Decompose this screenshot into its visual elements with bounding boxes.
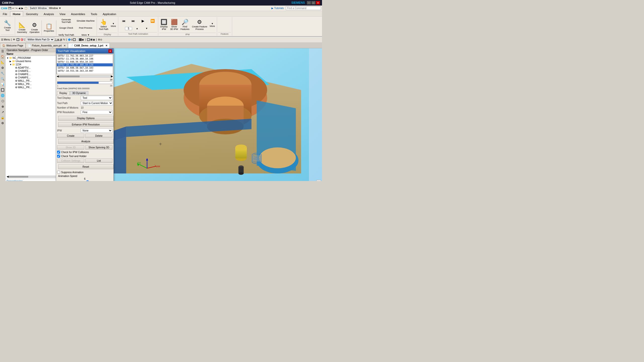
tab-analysis[interactable]: Analysis <box>41 11 57 16</box>
show-3d-ipw-button[interactable]: 🟫 Show3D IPW <box>169 18 179 32</box>
tab-file[interactable]: File <box>0 11 10 16</box>
hscroll-track[interactable] <box>9 176 58 178</box>
minimize-button[interactable]: − <box>307 1 311 5</box>
ipw-more-button[interactable]: ▼ More <box>209 18 216 32</box>
qa-tutorials-link[interactable]: ▶ Tutorials <box>271 7 284 10</box>
generate-toolpath-button[interactable]: GenerateTool Path <box>57 18 75 24</box>
tpa-speed-input[interactable] <box>125 27 132 30</box>
tab-view[interactable]: View <box>57 11 68 16</box>
analyze-button[interactable]: Analyze <box>58 139 113 144</box>
verify-toolpath-button[interactable]: Verify Tool Path <box>57 32 75 38</box>
sidebar-icon-3[interactable]: ⚙ <box>0 65 5 70</box>
tpa-stepback-button[interactable]: ⏭ <box>129 18 138 24</box>
delete-button[interactable]: Delete <box>85 134 112 138</box>
gcode-hscroll-left[interactable]: ◀ <box>57 75 59 78</box>
tree-item-wall-pr1[interactable]: ⚙ WALL_PR... <box>6 79 60 82</box>
tab-3d-dynamic[interactable]: 3D Dynamic <box>70 91 88 95</box>
tpa-play-button[interactable]: ▶ <box>138 18 147 24</box>
tab-geometry[interactable]: Geometry <box>23 11 41 16</box>
tree-item-wall-pr3[interactable]: ⚙ WALL_PR... <box>6 86 60 89</box>
sidebar-icon-8[interactable]: 🌐 <box>0 93 5 98</box>
qa-switch-window-label[interactable]: Switch Window <box>28 7 48 10</box>
check-ipw-checkbox[interactable] <box>57 151 60 154</box>
1234-expand[interactable]: ▼ <box>10 63 12 66</box>
unused-expand[interactable]: ▶ <box>10 60 12 63</box>
gcode-hscroll[interactable]: ◀ ▶ <box>57 75 113 78</box>
maximize-button[interactable]: □ <box>311 1 315 5</box>
gcode-line-4[interactable]: GOTO/-10.793,57.486,10.134 <box>57 63 113 66</box>
ipw-select[interactable]: None Show Translucent <box>81 128 112 133</box>
display-ipw-button[interactable]: 🔲 DisplayIPW <box>159 18 169 32</box>
reset-button[interactable]: Reset <box>58 164 113 169</box>
filter-select[interactable]: Within Work Part Or <box>26 37 54 42</box>
qa-back-icon[interactable]: ◀ <box>18 7 20 10</box>
tree-item-1234[interactable]: ▼ 📁 1234 <box>6 63 60 66</box>
sidebar-icon-4[interactable]: 🔧 <box>0 71 5 76</box>
qa-undo-icon[interactable]: ↩ <box>12 7 14 10</box>
tab-cam-close[interactable]: ✕ <box>105 44 107 47</box>
post-process-button[interactable]: Post Process <box>75 25 96 31</box>
create-feature-button[interactable]: ⚙ Create FeatureProcess <box>191 18 208 32</box>
sidebar-icon-6[interactable]: 📊 <box>0 82 5 87</box>
create-tool-button[interactable]: 🔧 CreateTool <box>3 19 12 33</box>
more-operations-button[interactable]: More ▼ <box>75 32 96 38</box>
tab-fixture-close[interactable]: ✕ <box>64 44 66 47</box>
tab-application[interactable]: Application <box>100 11 119 16</box>
tree-item-chamfe2[interactable]: ⚙ CHAMFE... <box>6 73 60 76</box>
create-geometry-button[interactable]: 📐 CreateGeometry <box>16 21 28 35</box>
select-toolpath-button[interactable]: 👆 SelectTool Path <box>98 18 109 32</box>
properties-button[interactable]: 📋 Properties <box>43 21 55 35</box>
sidebar-icon-1[interactable]: 🏠 <box>0 54 5 59</box>
close-button[interactable]: ✕ <box>316 1 320 5</box>
show-spinning-3d-button[interactable]: Show Spinning 3D <box>85 145 112 150</box>
display-more-button[interactable]: ▼ More <box>110 18 117 32</box>
hscroll-left[interactable]: ◀ <box>7 175 9 178</box>
gcode-list[interactable]: GOTO/-11.762,56.003,10.227 GOTO/-11.370,… <box>57 54 113 74</box>
gcode-line-1[interactable]: GOTO/-11.762,56.003,10.227 <box>57 54 113 57</box>
gcode-line-6[interactable]: GOTO/-10.553,58.343,10.087 <box>57 69 113 72</box>
tab-welcome[interactable]: 🏠 Welcome Page <box>0 43 26 48</box>
gcode-line-2[interactable]: GOTO/-11.370,56.460,10.196 <box>57 57 113 60</box>
sidebar-icon-13[interactable]: ⚙ <box>0 121 5 126</box>
sidebar-icon-5[interactable]: 🔍 <box>0 76 5 81</box>
nc-program-expand[interactable]: ▼ <box>7 57 9 59</box>
tool-path-select[interactable]: Start to Current Motion Current Motion O… <box>81 101 113 105</box>
qa-search-box[interactable] <box>286 6 321 10</box>
qa-copy-icon[interactable]: 📋 <box>24 7 27 10</box>
fit-view-icon[interactable]: ⤢ <box>316 180 321 181</box>
sidebar-icon-9[interactable]: ⬡ <box>0 99 5 104</box>
simulate-machine-button[interactable]: Simulate Machine <box>75 18 96 24</box>
tree-item-chamfe1[interactable]: ⚙ CHAMFE... <box>6 69 60 73</box>
qa-save-icon[interactable]: 💾 <box>8 7 11 10</box>
sidebar-icon-12[interactable]: 🔒 <box>0 115 5 120</box>
sidebar-icon-10[interactable]: ⊕ <box>0 104 5 109</box>
tool-display-select[interactable]: Tool Tool and Holder None <box>81 96 112 100</box>
tab-tools[interactable]: Tools <box>88 11 100 16</box>
gouge-check-button[interactable]: Gouge Check <box>57 25 75 31</box>
tab-cam-demo[interactable]: 📄 CAM_Demo_setup_1.prt ✕ <box>68 43 110 48</box>
gcode-hscroll-thumb[interactable] <box>59 76 79 77</box>
display-options-button[interactable]: Display Options <box>58 116 113 121</box>
qa-window-dropdown[interactable]: Window ▼ <box>49 7 61 10</box>
find-features-button[interactable]: 🔎 FindFeatures <box>180 18 191 32</box>
show-3d-button[interactable]: Show 3D <box>57 145 84 150</box>
check-tool-checkbox[interactable] <box>57 155 60 158</box>
tree-item-wall-pr2[interactable]: ⚙ WALL_PR... <box>6 82 60 86</box>
tpa-prev-button[interactable]: ⏮ <box>119 18 128 24</box>
gcode-line-3[interactable]: GOTO/-11.048,56.954,10.165 <box>57 60 113 63</box>
tab-fixture[interactable]: 📄 Fixture_Assembly_asm.prt ✕ <box>26 43 68 48</box>
tpa-speed-down[interactable]: ▼ <box>142 25 151 32</box>
progress-bar[interactable] <box>57 81 112 84</box>
tree-item-adaptiv[interactable]: ⚙ ADAPTIV... <box>6 66 60 69</box>
sidebar-icon-menu[interactable]: ☰ <box>0 49 5 54</box>
enhance-resolution-button[interactable]: Enhance IPW Resolution <box>58 122 113 127</box>
sidebar-icon-2[interactable]: 📐 <box>0 60 5 65</box>
dependencies-link[interactable]: Dependencies <box>7 179 60 181</box>
gcode-line-5[interactable]: GOTO/-10.608,58.047,10.103 <box>57 66 113 69</box>
tree-item-unused[interactable]: ▶ 📁 Unused Items <box>6 60 60 63</box>
create-operation-button[interactable]: ⚙ CreateOperation <box>29 21 41 35</box>
hscroll-thumb[interactable] <box>9 176 28 177</box>
tpa-stepfwd-button[interactable]: ⏩ <box>148 18 157 24</box>
sidebar-icon-7[interactable]: 🔲 <box>0 87 5 93</box>
tree-item-nc-program[interactable]: ▼ 📁 NC_PROGRAM <box>6 56 60 60</box>
